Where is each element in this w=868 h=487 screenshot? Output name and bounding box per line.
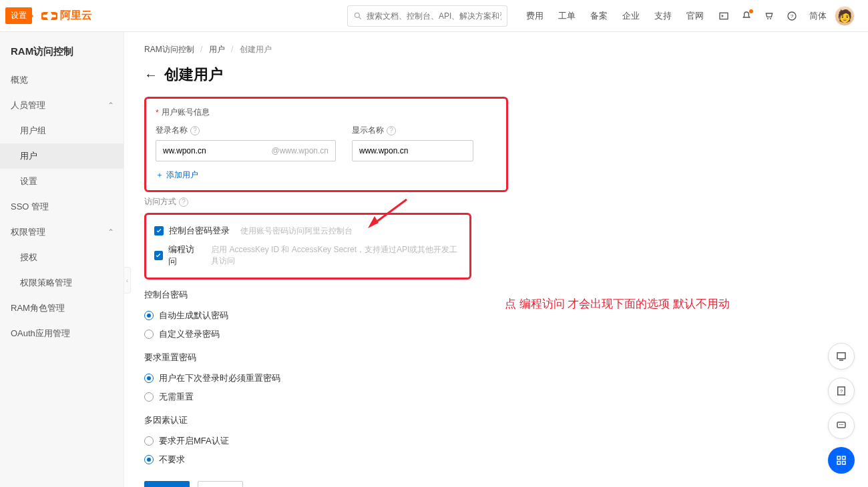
sidebar: RAM访问控制 概览 人员管理⌃ 用户组 用户 设置 SSO 管理 权限管理⌃ … (0, 32, 124, 487)
access-box: 控制台密码登录 使用账号密码访问阿里云控制台 编程访问 启用 AccessKey… (144, 213, 471, 280)
page-title-text: 创建用户 (164, 65, 223, 85)
nav-website[interactable]: 官网 (686, 10, 704, 22)
back-button[interactable]: 返回 (198, 481, 243, 487)
topbar: 设置 阿里云 费用 工单 备案 企业 支持 官网 ? 简体 🧑 (0, 0, 868, 32)
checkbox-checked-icon (154, 226, 164, 235)
svg-point-3 (767, 18, 769, 19)
confirm-button[interactable]: 确定 (144, 481, 190, 487)
sidebar-item-people[interactable]: 人员管理⌃ (0, 93, 124, 118)
mfa-no-radio[interactable]: 不要求 (144, 450, 848, 469)
svg-point-0 (355, 13, 359, 17)
sidebar-item-sso[interactable]: SSO 管理 (0, 194, 124, 219)
search-icon (353, 11, 363, 21)
chevron-up-icon: ⌃ (107, 101, 114, 110)
sidebar-item-usergroup[interactable]: 用户组 (0, 118, 124, 143)
nav-support[interactable]: 支持 (654, 10, 672, 22)
svg-text:?: ? (791, 13, 794, 19)
annotation-text: 点 编程访问 才会出现下面的选项 默认不用动 (505, 296, 730, 312)
nav-enterprise[interactable]: 企业 (622, 10, 640, 22)
sidebar-item-overview[interactable]: 概览 (0, 67, 124, 93)
svg-rect-20 (843, 462, 846, 465)
svg-rect-19 (837, 462, 841, 465)
account-info-box: *用户账号信息 登录名称 ? @www.wpon.cn 显示名称 (144, 97, 508, 192)
brand-text: 阿里云 (60, 9, 92, 23)
svg-point-15 (841, 424, 842, 426)
help-icon[interactable]: ? (387, 126, 396, 135)
page-title: ← 创建用户 (144, 65, 848, 85)
radio-icon (144, 330, 154, 339)
global-search[interactable] (347, 5, 507, 27)
doc-icon[interactable]: ? (828, 378, 855, 404)
mfa-section: 多因素认证 (144, 414, 848, 426)
add-user-button[interactable]: ＋ 添加用户 (156, 169, 497, 181)
reset-no-radio[interactable]: 无需重置 (144, 388, 848, 406)
plus-icon: ＋ (156, 169, 164, 181)
back-arrow-icon[interactable]: ← (144, 67, 158, 83)
main-content: RAM访问控制 / 用户 / 创建用户 ← 创建用户 *用户账号信息 登录名称 … (124, 32, 868, 487)
svg-rect-9 (837, 353, 845, 359)
nav-beian[interactable]: 备案 (590, 10, 608, 22)
sidebar-item-oauth[interactable]: OAuth应用管理 (0, 321, 124, 346)
login-name-input[interactable] (163, 146, 267, 155)
sidebar-item-user[interactable]: 用户 (0, 143, 124, 169)
radio-checked-icon (144, 455, 154, 464)
float-buttons: ? (828, 343, 855, 474)
sidebar-item-ramrole[interactable]: RAM角色管理 (0, 296, 124, 321)
svg-rect-18 (843, 456, 846, 460)
breadcrumb-root[interactable]: RAM访问控制 (144, 45, 194, 54)
display-name-input-wrap[interactable] (352, 140, 473, 161)
breadcrumb: RAM访问控制 / 用户 / 创建用户 (144, 44, 848, 55)
sidebar-item-permission[interactable]: 权限管理⌃ (0, 219, 124, 245)
settings-tag[interactable]: 设置 (5, 7, 32, 24)
pwd-auto-radio[interactable]: 自动生成默认密码 (144, 306, 848, 325)
console-login-checkbox-row[interactable]: 控制台密码登录 使用账号密码访问阿里云控制台 (154, 221, 461, 240)
console-login-label: 控制台密码登录 (169, 225, 230, 237)
search-input[interactable] (367, 11, 501, 21)
api-access-checkbox-row[interactable]: 编程访问 启用 AccessKey ID 和 AccessKey Secret，… (154, 240, 461, 271)
login-name-label: 登录名称 ? (156, 125, 336, 136)
help-icon[interactable]: ? (190, 126, 200, 135)
feedback-screen-icon[interactable] (828, 343, 855, 370)
apps-icon[interactable] (828, 447, 855, 474)
cart-icon[interactable] (764, 11, 775, 21)
help-icon[interactable]: ? (179, 197, 188, 207)
sidebar-item-policy[interactable]: 权限策略管理 (0, 270, 124, 296)
user-avatar[interactable]: 🧑 (835, 6, 855, 26)
display-name-label: 显示名称 ? (352, 125, 473, 136)
sidebar-item-settings[interactable]: 设置 (0, 169, 124, 194)
login-name-suffix: @www.wpon.cn (271, 146, 329, 155)
api-access-desc: 启用 AccessKey ID 和 AccessKey Secret，支持通过A… (211, 244, 461, 267)
svg-point-14 (839, 424, 841, 426)
top-nav: 费用 工单 备案 企业 支持 官网 (526, 10, 704, 22)
reset-pwd-section: 要求重置密码 (144, 352, 848, 364)
account-info-label: *用户账号信息 (156, 107, 497, 118)
nav-fee[interactable]: 费用 (526, 10, 544, 22)
svg-text:?: ? (840, 388, 843, 394)
aliyun-icon (41, 8, 57, 24)
console-pwd-section: 控制台密码 (144, 289, 848, 301)
breadcrumb-current: 创建用户 (240, 45, 272, 54)
terminal-icon[interactable] (718, 11, 729, 21)
api-access-label: 编程访问 (168, 244, 200, 268)
svg-point-4 (770, 18, 771, 19)
nav-ticket[interactable]: 工单 (558, 10, 576, 22)
breadcrumb-user[interactable]: 用户 (209, 45, 225, 54)
radio-icon (144, 392, 154, 402)
reset-must-radio[interactable]: 用户在下次登录时必须重置密码 (144, 369, 848, 388)
radio-checked-icon (144, 374, 154, 383)
console-login-desc: 使用账号密码访问阿里云控制台 (240, 225, 353, 237)
mfa-yes-radio[interactable]: 要求开启MFA认证 (144, 432, 848, 450)
display-name-input[interactable] (359, 146, 466, 155)
login-name-input-wrap[interactable]: @www.wpon.cn (156, 140, 336, 161)
help-icon[interactable]: ? (787, 11, 797, 21)
pwd-custom-radio[interactable]: 自定义登录密码 (144, 325, 848, 344)
chat-icon[interactable] (828, 412, 855, 439)
sidebar-item-label: 权限管理 (11, 227, 45, 237)
svg-rect-17 (837, 456, 841, 460)
bell-icon[interactable] (741, 11, 752, 21)
sidebar-item-label: 人员管理 (11, 100, 45, 110)
brand-logo[interactable]: 阿里云 (41, 8, 92, 24)
sidebar-item-authorize[interactable]: 授权 (0, 245, 124, 270)
svg-point-16 (843, 424, 844, 426)
lang-switch[interactable]: 简体 (809, 10, 827, 22)
